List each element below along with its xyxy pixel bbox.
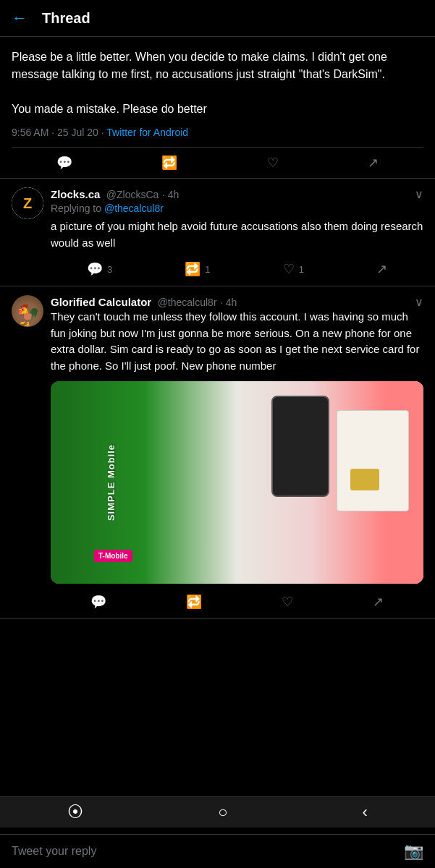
share-button[interactable]: ↗ (373, 594, 384, 610)
reply-count: 3 (107, 264, 112, 275)
tweet-actions: 💬 🔁 ♡ ↗ (51, 591, 423, 610)
back-button[interactable]: ← (12, 9, 28, 27)
camera-icon[interactable]: 📷 (404, 842, 423, 861)
tweet-time: · 4h (220, 297, 237, 308)
reply-button[interactable]: 💬 3 (87, 261, 112, 277)
nav-home-button[interactable]: ○ (218, 803, 227, 822)
heart-icon: ♡ (267, 155, 279, 171)
nav-recent-apps-button[interactable]: ⦿ (67, 803, 83, 822)
chevron-down-icon[interactable]: ∨ (415, 295, 423, 309)
avatar: 🐓 (12, 295, 43, 327)
user-handle: @thecalcul8r (158, 297, 217, 308)
original-tweet: Please be a little better. When you deci… (0, 37, 435, 179)
twitter-source-link[interactable]: Twitter for Android (106, 127, 188, 138)
reply-icon: 💬 (56, 155, 72, 171)
avatar: Z (12, 187, 43, 219)
replies-section: Z Zlocks.ca @ZlocksCa · 4h ∨ Replying to… (0, 179, 435, 619)
tmobile-badge: T-Mobile (94, 550, 132, 562)
tweet-body: They can't touch me unless they follow t… (51, 309, 423, 374)
tweet-time: · 4h (162, 189, 179, 200)
share-button[interactable]: ↗ (368, 155, 379, 171)
share-button[interactable]: ↗ (376, 261, 387, 277)
user-name: Glorified Calculator (51, 296, 151, 308)
user-name: Zlocks.ca (51, 188, 100, 200)
list-item: Z Zlocks.ca @ZlocksCa · 4h ∨ Replying to… (0, 179, 435, 286)
bottom-spacer (0, 619, 435, 706)
heart-icon: ♡ (283, 261, 295, 277)
like-button[interactable]: ♡ (267, 155, 279, 171)
original-tweet-actions: 💬 🔁 ♡ ↗ (12, 147, 423, 178)
retweet-icon: 🔁 (185, 261, 200, 277)
reply-button[interactable]: 💬 (90, 594, 106, 610)
list-item: 🐓 Glorified Calculator @thecalcul8r · 4h… (0, 286, 435, 619)
like-count: 1 (299, 264, 304, 275)
share-icon: ↗ (376, 261, 387, 277)
tweet-image[interactable]: SIMPLE Mobile T-Mobile (51, 381, 423, 584)
share-icon: ↗ (368, 155, 379, 171)
like-button[interactable]: ♡ 1 (283, 261, 304, 277)
sim-chip (350, 469, 379, 490)
chevron-down-icon[interactable]: ∨ (415, 187, 423, 201)
user-handle: @ZlocksCa (106, 189, 159, 200)
sim-label: SIMPLE Mobile (106, 444, 117, 521)
thread-header: ← Thread (0, 0, 435, 37)
navigation-bar: ⦿ ○ ‹ (0, 796, 435, 827)
sim-card-shape (337, 410, 409, 511)
retweet-button[interactable]: 🔁 (186, 594, 202, 610)
share-icon: ↗ (373, 594, 384, 610)
original-tweet-meta: 9:56 AM · 25 Jul 20 · Twitter for Androi… (12, 127, 423, 138)
phone-shape (271, 396, 329, 497)
nav-back-button[interactable]: ‹ (363, 803, 368, 822)
reply-icon: 💬 (90, 594, 106, 610)
reply-input[interactable]: Tweet your reply (12, 845, 404, 858)
like-button[interactable]: ♡ (282, 594, 293, 610)
reply-icon: 💬 (87, 261, 103, 277)
tweet-body: a picture of you might help avoid future… (51, 218, 423, 251)
page-title: Thread (42, 10, 90, 27)
retweet-count: 1 (205, 264, 210, 275)
retweet-button[interactable]: 🔁 1 (185, 261, 210, 277)
heart-icon: ♡ (282, 594, 293, 610)
retweet-icon: 🔁 (161, 155, 177, 171)
tweet-actions: 💬 3 🔁 1 ♡ 1 ↗ (51, 258, 423, 277)
retweet-button[interactable]: 🔁 (161, 155, 177, 171)
original-tweet-text: Please be a little better. When you deci… (12, 48, 423, 118)
reply-input-bar: Tweet your reply 📷 (0, 834, 435, 868)
replying-to: Replying to @thecalcul8r (51, 203, 423, 214)
reply-button[interactable]: 💬 (56, 155, 72, 171)
retweet-icon: 🔁 (186, 594, 202, 610)
